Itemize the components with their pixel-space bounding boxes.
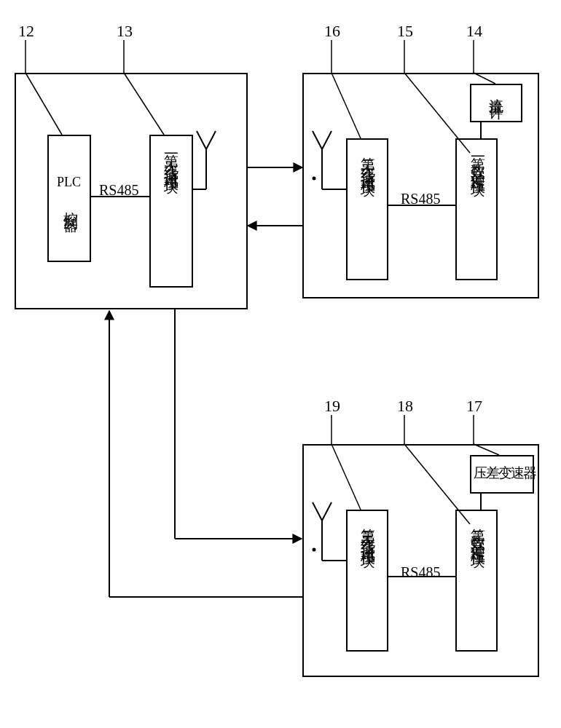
first-dsp-label: 第一数字处理模块 xyxy=(468,146,488,175)
rs485-label-3: RS485 xyxy=(401,564,440,581)
callout-16: 16 xyxy=(324,22,340,41)
third-wireless-label: 第三无线通讯模块 xyxy=(358,517,378,546)
callout-12: 12 xyxy=(18,22,34,41)
callout-15: 15 xyxy=(397,22,413,41)
rs485-label-1: RS485 xyxy=(99,182,138,199)
plc-box xyxy=(47,135,91,262)
callout-18: 18 xyxy=(397,397,413,416)
second-wireless-label: 第二无线通讯模块 xyxy=(358,146,378,175)
rs485-label-2: RS485 xyxy=(401,191,440,207)
plc-label-1: PLC xyxy=(57,175,81,190)
diagram-canvas: PLC 控制器 第一无线通讯模块 RS485 第二无线通讯模块 第一数字处理模块… xyxy=(0,0,561,728)
callout-19: 19 xyxy=(324,397,340,416)
plc-label-2: 控制器 xyxy=(61,200,81,211)
first-wireless-label: 第一无线通讯模块 xyxy=(162,143,181,172)
callout-13: 13 xyxy=(117,22,133,41)
diff-transmitter-label: 压差变速器 xyxy=(474,464,536,483)
callout-17: 17 xyxy=(466,397,482,416)
callout-14: 14 xyxy=(466,22,482,41)
flowmeter-label: 流量计 xyxy=(487,87,506,98)
second-dsp-label: 第二数字处理模块 xyxy=(468,517,488,546)
